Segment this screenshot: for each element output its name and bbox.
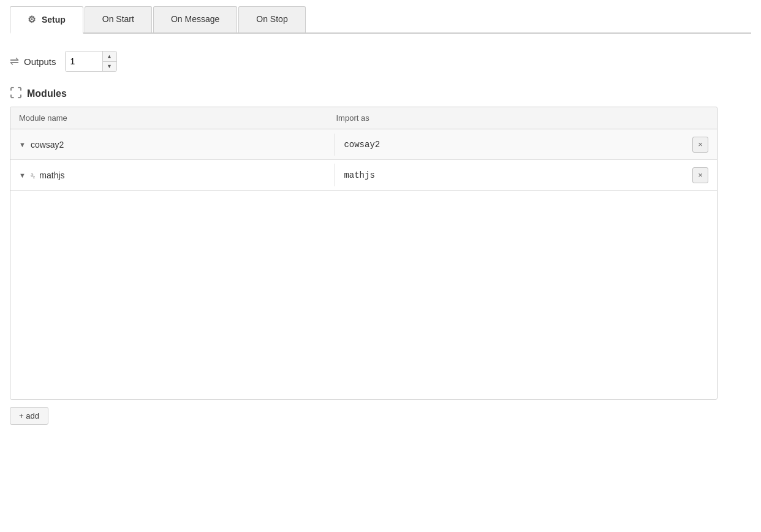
row-import-name-mathjs: mathjs <box>344 170 374 180</box>
delete-button-mathjs[interactable]: × <box>692 167 708 183</box>
az-icon: az <box>31 170 34 180</box>
tab-setup-label: Setup <box>42 15 66 25</box>
spinner-up-button[interactable]: ▲ <box>103 51 116 62</box>
table-header: Module name Import as <box>10 107 717 129</box>
tab-on-start[interactable]: On Start <box>85 6 152 32</box>
add-button-label: + add <box>19 411 39 420</box>
tab-on-start-label: On Start <box>102 14 134 24</box>
row-import-name-cowsay2: cowsay2 <box>344 140 380 150</box>
modules-table: Module name Import as ▼ cowsay2 cowsay2 … <box>10 107 717 400</box>
page-container: ⚙ Setup On Start On Message On Stop ⇌ Ou… <box>0 0 761 437</box>
tab-setup[interactable]: ⚙ Setup <box>10 6 83 34</box>
spinner-buttons: ▲ ▼ <box>102 51 116 71</box>
row-module-name-mathjs: mathjs <box>39 170 64 180</box>
table-row: ▼ cowsay2 cowsay2 × <box>10 129 717 160</box>
outputs-label: ⇌ Outputs <box>10 55 56 68</box>
tab-on-stop-label: On Stop <box>256 14 287 24</box>
row-name-cell-cowsay2: ▼ cowsay2 <box>10 134 335 156</box>
row-import-cell-cowsay2: cowsay2 × <box>335 131 717 159</box>
tab-on-message-label: On Message <box>171 14 219 24</box>
table-row: ▼ az mathjs mathjs × <box>10 160 717 191</box>
gear-icon: ⚙ <box>28 14 36 25</box>
delete-button-cowsay2[interactable]: × <box>692 137 708 153</box>
outputs-input[interactable]: 1 <box>66 51 102 71</box>
row-module-name-cowsay2: cowsay2 <box>31 140 64 150</box>
tab-on-stop[interactable]: On Stop <box>238 6 305 32</box>
row-name-cell-mathjs: ▼ az mathjs <box>10 164 335 186</box>
row-dropdown-arrow-cowsay2[interactable]: ▼ <box>19 141 26 148</box>
table-empty-area <box>10 191 717 399</box>
shuffle-icon: ⇌ <box>10 55 19 68</box>
outputs-spinner: 1 ▲ ▼ <box>65 51 117 72</box>
outputs-text: Outputs <box>24 56 56 67</box>
tabs-bar: ⚙ Setup On Start On Message On Stop <box>10 6 751 34</box>
modules-heading-text: Modules <box>27 88 67 99</box>
add-module-button[interactable]: + add <box>10 407 48 425</box>
col-header-import-as: Import as <box>336 113 709 123</box>
spinner-down-button[interactable]: ▼ <box>103 62 116 72</box>
row-import-cell-mathjs: mathjs × <box>335 161 717 189</box>
row-dropdown-arrow-mathjs[interactable]: ▼ <box>19 172 26 179</box>
modules-heading: ⛶ Modules <box>10 86 751 101</box>
modules-icon: ⛶ <box>10 86 22 101</box>
col-header-module-name: Module name <box>19 113 336 123</box>
tab-on-message[interactable]: On Message <box>153 6 237 32</box>
outputs-row: ⇌ Outputs 1 ▲ ▼ <box>10 51 751 72</box>
